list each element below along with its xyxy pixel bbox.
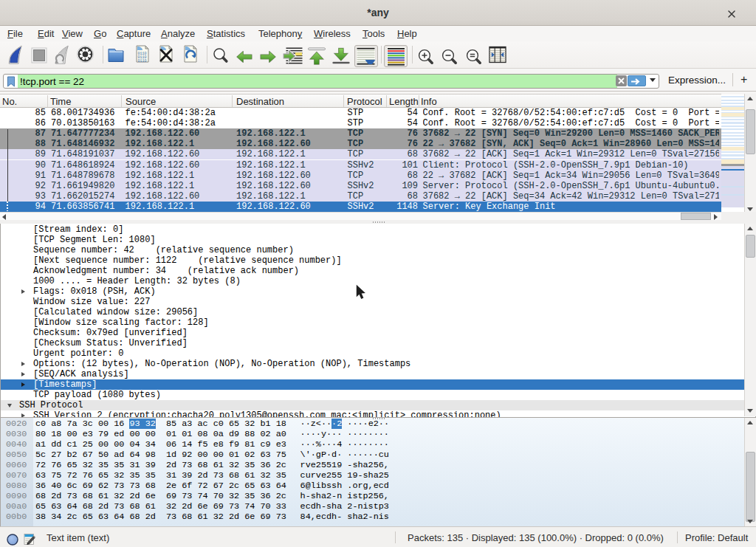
svg-text:0110: 0110 <box>138 59 147 63</box>
